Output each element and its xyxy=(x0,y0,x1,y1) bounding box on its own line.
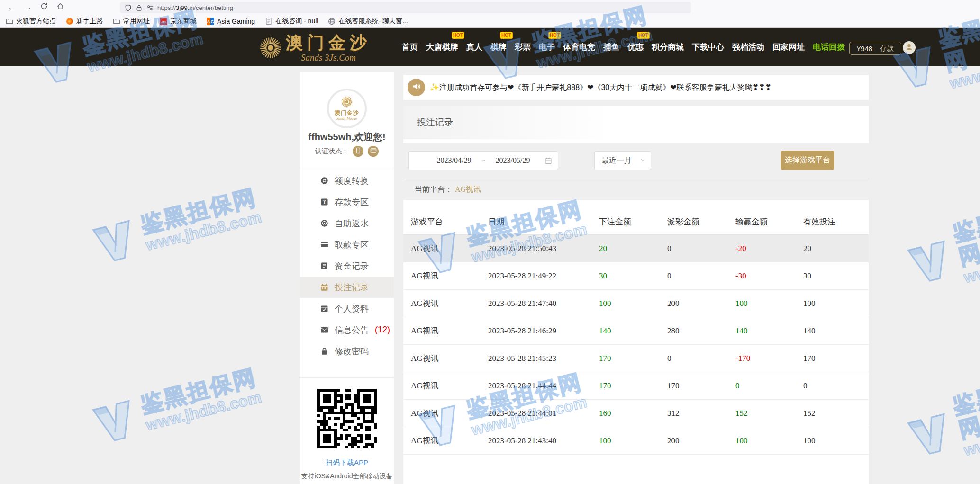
column-header: 游戏平台 xyxy=(403,209,481,235)
mail-icon xyxy=(320,326,328,334)
date-separator: ~ xyxy=(481,157,485,164)
cell-date: 2023-05-28 21:45:23 xyxy=(481,345,591,372)
cell-winloss: -30 xyxy=(728,262,796,290)
nav-item[interactable]: 大唐棋牌HOT xyxy=(426,42,458,53)
sun-logo-icon xyxy=(341,96,353,109)
bookmark-item[interactable]: 在线客服系统- 聊天窗... xyxy=(328,17,408,26)
hot-badge: HOT xyxy=(500,32,513,39)
globe-icon xyxy=(328,18,336,25)
nav-item[interactable]: 电话回拨 xyxy=(813,42,845,53)
date-from: 2023/04/29 xyxy=(437,156,472,165)
nav-item[interactable]: 真人 xyxy=(466,42,482,53)
cell-payout: 0 xyxy=(660,345,728,372)
qr-caption-link[interactable]: 扫码下载APP xyxy=(300,458,394,467)
nav-item[interactable]: 捕鱼 xyxy=(603,42,619,53)
nav-item[interactable]: 优惠HOT xyxy=(627,42,644,53)
watermark: 鉴黑担保网www.jhdb8.com xyxy=(897,193,980,300)
bookmark-item[interactable]: 火狐官方站点 xyxy=(6,17,56,26)
table-row: AG视讯2023-05-28 21:45:231700-170170 xyxy=(403,345,869,372)
cell-bet: 160 xyxy=(591,400,660,427)
forward-icon[interactable]: → xyxy=(20,3,36,12)
choose-platform-button[interactable]: 选择游戏平台 xyxy=(781,151,834,170)
welcome-text: ffhw55wh,欢迎您! xyxy=(300,131,394,143)
watermark: 鉴黑担保网www.jhdb8.com xyxy=(84,181,264,271)
sidebar-item[interactable]: 修改密码 xyxy=(300,341,394,362)
sidebar-item-label: 额度转换 xyxy=(335,175,369,187)
cell-date: 2023-05-28 21:50:43 xyxy=(481,235,591,262)
nav-item[interactable]: 彩票 xyxy=(515,42,531,53)
bookmark-item[interactable]: 新手上路 xyxy=(66,17,103,26)
sidebar-item-label: 信息公告 xyxy=(335,324,369,336)
site-logo[interactable]: 澳门金沙 Sands 3Js.Com xyxy=(260,34,371,63)
url-bar[interactable]: https://3j99.in/center/betting xyxy=(120,2,691,13)
phone-verified-badge[interactable] xyxy=(353,146,363,157)
verify-label: 认证状态： xyxy=(315,147,348,156)
nav-item[interactable]: 棋牌HOT xyxy=(490,42,507,53)
cell-winloss: -170 xyxy=(728,345,796,372)
bookmark-item[interactable]: 常用网址 xyxy=(113,17,150,26)
cell-bet: 170 xyxy=(591,372,660,400)
sidebar-item[interactable]: 信息公告(12) xyxy=(300,319,394,341)
date-range-input[interactable]: 2023/04/29 ~ 2023/05/29 xyxy=(408,151,558,170)
sidebar-item[interactable]: 自助返水 xyxy=(300,213,394,234)
cell-date: 2023-05-28 21:44:44 xyxy=(481,372,591,400)
range-select-value: 最近一月 xyxy=(601,156,632,166)
permissions-icon[interactable] xyxy=(146,4,154,11)
nav-item[interactable]: 下载中心 xyxy=(692,42,724,53)
cell-winloss: 100 xyxy=(728,290,796,317)
bankcard-verified-badge[interactable] xyxy=(368,146,379,157)
app-qr-code xyxy=(316,387,378,450)
cell-winloss: 152 xyxy=(728,400,796,427)
nav-item[interactable]: 强档活动 xyxy=(732,42,764,53)
sidebar-item-label: 投注记录 xyxy=(335,282,369,293)
nav-item[interactable]: 积分商城 xyxy=(652,42,684,53)
table-row: AG视讯2023-05-28 21:49:22300-3030 xyxy=(403,262,869,290)
column-header: 下注金额 xyxy=(591,209,660,235)
nav-item[interactable]: 电子HOT xyxy=(539,42,555,53)
bookmark-item[interactable]: JD京东商城 xyxy=(160,17,197,26)
range-select[interactable]: 最近一月 xyxy=(594,151,651,170)
home-icon[interactable] xyxy=(52,2,68,12)
hot-badge: HOT xyxy=(548,32,561,39)
date-to: 2023/05/29 xyxy=(496,156,530,165)
sidebar-item[interactable]: 个人资料 xyxy=(300,298,394,319)
sidebar-item-label: 修改密码 xyxy=(335,346,369,357)
balance-pill[interactable]: ¥948 存款 xyxy=(849,42,901,55)
jd-icon: JD xyxy=(160,18,167,25)
avatar[interactable] xyxy=(903,41,916,54)
nav-item[interactable]: 首页 xyxy=(402,42,418,53)
bookmark-label: 火狐官方站点 xyxy=(16,17,56,26)
sidebar-item[interactable]: 资金记录 xyxy=(300,255,394,277)
notice-bar: ✨注册成功首存可参与❤《新手开户豪礼888》❤《30天内十二项成就》❤联系客服拿… xyxy=(403,75,869,100)
nav-item[interactable]: 体育电竞 xyxy=(563,42,595,53)
transfer-icon xyxy=(320,177,328,185)
lock-icon[interactable] xyxy=(136,4,143,11)
reload-icon[interactable] xyxy=(36,2,52,12)
sidebar-item[interactable]: 取款专区 xyxy=(300,234,394,255)
nav-item[interactable]: 回家网址 xyxy=(772,42,805,53)
sidebar-item[interactable]: 额度转换 xyxy=(300,170,394,191)
cell-platform: AG视讯 xyxy=(403,427,481,455)
cell-payout: 200 xyxy=(660,290,728,317)
bookmark-item[interactable]: 在线咨询 - null xyxy=(265,17,318,26)
sidebar-item[interactable]: 投注记录 xyxy=(300,277,394,298)
back-icon[interactable]: ← xyxy=(4,3,20,12)
table-header-row: 游戏平台日期下注金额派彩金额输赢金额有效投注 xyxy=(403,209,869,235)
betting-icon xyxy=(320,283,328,291)
deposit-link[interactable]: 存款 xyxy=(880,44,894,53)
hot-badge: HOT xyxy=(637,32,650,39)
svg-text:A: A xyxy=(207,19,210,24)
watermark-brand: 鉴黑担保网 xyxy=(138,365,259,417)
cell-valid: 170 xyxy=(796,345,869,372)
funds-icon xyxy=(320,262,328,270)
sidebar-logo-title: 澳门金沙 xyxy=(335,109,359,116)
cell-payout: 0 xyxy=(660,262,728,290)
table-row: AG视讯2023-05-28 21:46:29140280140140 xyxy=(403,317,869,345)
table-row: AG视讯2023-05-28 21:43:40100200100100 xyxy=(403,427,869,455)
filter-panel: 2023/04/29 ~ 2023/05/29 最近一月 选择游戏平台 当前平台… xyxy=(403,143,869,200)
bookmark-item[interactable]: AGAsia Gaming xyxy=(207,18,255,25)
bookmark-label: 新手上路 xyxy=(76,17,103,26)
shield-icon[interactable] xyxy=(125,4,132,11)
cell-platform: AG视讯 xyxy=(403,290,481,317)
sidebar-item[interactable]: ¥存款专区 xyxy=(300,191,394,213)
